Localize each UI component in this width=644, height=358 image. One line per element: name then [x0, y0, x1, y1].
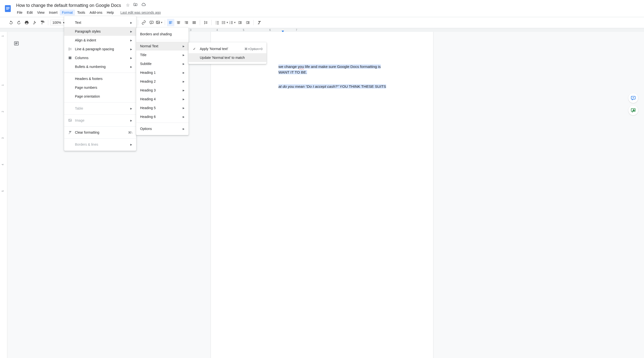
print-button[interactable] — [23, 19, 30, 26]
line-spacing-button[interactable] — [202, 19, 209, 26]
menu-headers-footers[interactable]: Headers & footers — [64, 74, 136, 83]
menu-clear-formatting[interactable]: Clear formatting⌘\ — [64, 128, 136, 137]
ruler-tick: 5 — [2, 190, 4, 192]
menu-heading6[interactable]: Heading 6▶ — [136, 112, 188, 121]
menu-paragraph-styles[interactable]: Paragraph styles▶ — [64, 27, 136, 36]
menu-borders-lines: Borders & lines▶ — [64, 140, 136, 149]
menu-separator — [64, 126, 136, 126]
menu-heading1[interactable]: Heading 1▶ — [136, 68, 188, 77]
insert-link-button[interactable] — [140, 19, 148, 26]
menu-view[interactable]: View — [35, 10, 47, 16]
redo-button[interactable] — [15, 19, 22, 26]
add-comment-fab[interactable] — [628, 93, 638, 103]
suggest-edit-fab[interactable] — [628, 105, 638, 115]
align-justify-button[interactable] — [190, 19, 198, 26]
undo-button[interactable] — [7, 19, 15, 26]
submenu-arrow-icon: ▶ — [130, 119, 132, 122]
menu-table: Table▶ — [64, 104, 136, 113]
svg-rect-15 — [70, 57, 70, 59]
ruler-tick: 7 — [296, 29, 297, 31]
svg-rect-14 — [69, 57, 70, 59]
doc-text[interactable]: at do you mean “Do I accept cash?” YOU T… — [278, 84, 410, 89]
submenu-arrow-icon: ▶ — [130, 66, 132, 68]
svg-point-9 — [222, 23, 222, 24]
menu-separator — [64, 138, 136, 138]
menu-update-normal[interactable]: Update 'Normal text' to match — [188, 53, 266, 62]
outline-toggle-button[interactable] — [12, 39, 20, 48]
submenu-arrow-icon: ▶ — [130, 143, 132, 146]
align-left-button[interactable] — [167, 19, 174, 26]
menu-help[interactable]: Help — [104, 10, 116, 16]
menu-columns[interactable]: Columns▶ — [64, 54, 136, 62]
submenu-arrow-icon: ▶ — [130, 39, 132, 42]
menu-page-orientation[interactable]: Page orientation — [64, 92, 136, 101]
ruler-tick: 3 — [2, 137, 4, 139]
menu-separator — [64, 114, 136, 114]
clear-formatting-button[interactable] — [256, 19, 263, 26]
menu-normal-text[interactable]: Normal Text▶ — [136, 42, 188, 51]
chevron-down-icon: ▼ — [226, 21, 228, 24]
ruler-tick: 4 — [2, 164, 4, 165]
submenu-arrow-icon: ▶ — [130, 21, 132, 24]
svg-point-7 — [222, 21, 222, 22]
document-page[interactable]: we change you life and make sure Google … — [211, 32, 433, 358]
menu-align-indent[interactable]: Align & indent▶ — [64, 36, 136, 45]
format-dropdown: Text▶ Paragraph styles▶ Align & indent▶ … — [64, 16, 136, 151]
menu-heading5[interactable]: Heading 5▶ — [136, 103, 188, 112]
align-right-button[interactable] — [183, 19, 190, 26]
menu-title-style[interactable]: Title▶ — [136, 51, 188, 59]
menu-file[interactable]: File — [15, 10, 25, 16]
indent-increase-button[interactable] — [244, 19, 252, 26]
paint-format-button[interactable] — [39, 19, 46, 26]
menu-heading4[interactable]: Heading 4▶ — [136, 95, 188, 103]
bullet-list-button[interactable]: ▼ — [221, 20, 228, 25]
checklist-button[interactable] — [214, 19, 221, 26]
menu-apply-normal[interactable]: ✓Apply 'Normal text'⌘+Option+0 — [188, 44, 266, 53]
menu-options[interactable]: Options▶ — [136, 124, 188, 133]
menu-heading3[interactable]: Heading 3▶ — [136, 86, 188, 95]
numbered-list-button[interactable]: 123▼ — [229, 20, 236, 25]
menu-insert[interactable]: Insert — [47, 10, 60, 16]
menu-page-numbers[interactable]: Page numbers — [64, 83, 136, 92]
separator — [165, 20, 165, 25]
ruler-tick: 1 — [2, 84, 4, 86]
menu-text[interactable]: Text▶ — [64, 18, 136, 27]
submenu-arrow-icon: ▶ — [183, 127, 185, 130]
submenu-arrow-icon: ▶ — [183, 80, 185, 83]
move-folder-icon[interactable] — [133, 3, 138, 9]
submenu-arrow-icon: ▶ — [130, 57, 132, 59]
docs-logo[interactable] — [3, 2, 13, 15]
menu-bullets-numbering[interactable]: Bullets & numbering▶ — [64, 62, 136, 71]
document-title[interactable]: How to change the default formatting on … — [15, 3, 122, 9]
insert-image-button[interactable]: ▼ — [156, 20, 163, 25]
menu-subtitle-style[interactable]: Subtitle▶ — [136, 59, 188, 68]
chevron-down-icon: ▼ — [234, 21, 236, 24]
image-icon — [68, 118, 75, 122]
doc-text[interactable]: we change you life and make sure Google … — [278, 64, 410, 69]
spellcheck-button[interactable] — [31, 19, 38, 26]
menu-separator — [64, 102, 136, 102]
vertical-ruler[interactable]: 1 1 2 3 4 5 — [0, 32, 7, 358]
menu-edit[interactable]: Edit — [25, 10, 35, 16]
doc-text[interactable]: WANT IT TO BE. — [278, 69, 410, 75]
last-edit-link[interactable]: Last edit was seconds ago — [120, 11, 161, 15]
submenu-arrow-icon: ▶ — [183, 107, 185, 109]
align-center-button[interactable] — [175, 19, 182, 26]
menu-separator — [64, 73, 136, 73]
menu-format[interactable]: Format — [60, 10, 75, 16]
menu-borders-shading[interactable]: Borders and shading — [136, 30, 188, 39]
menu-line-spacing[interactable]: Line & paragraph spacing▶ — [64, 45, 136, 54]
menu-heading2[interactable]: Heading 2▶ — [136, 77, 188, 86]
submenu-arrow-icon: ▶ — [130, 48, 132, 51]
menu-tools[interactable]: Tools — [75, 10, 88, 16]
columns-icon — [68, 56, 75, 60]
add-comment-button[interactable] — [148, 19, 155, 26]
line-spacing-icon — [68, 47, 75, 51]
cloud-status-icon[interactable] — [141, 3, 146, 9]
menu-separator — [136, 123, 188, 123]
menu-addons[interactable]: Add-ons — [88, 10, 104, 16]
ruler-tick: 4 — [216, 29, 218, 31]
star-icon[interactable]: ☆ — [126, 3, 130, 9]
indent-decrease-button[interactable] — [236, 19, 244, 26]
submenu-arrow-icon: ▶ — [183, 63, 185, 65]
